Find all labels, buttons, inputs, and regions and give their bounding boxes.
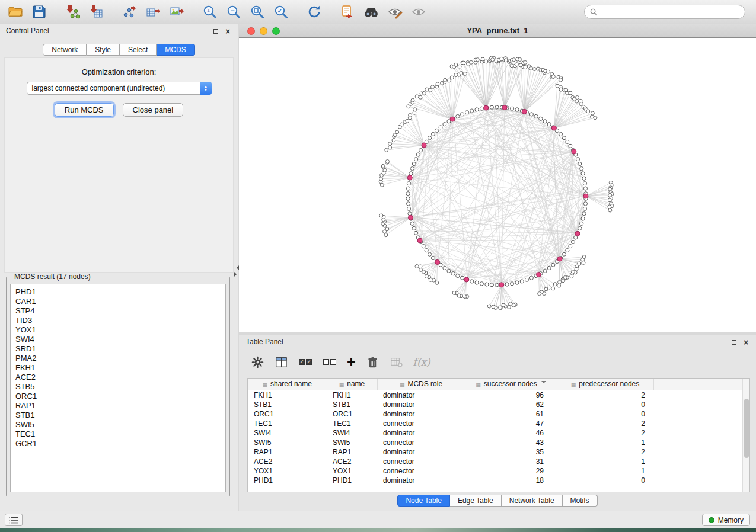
sort-grid-icon: ▦ [339, 382, 344, 387]
mcds-result-item[interactable]: STB1 [15, 411, 225, 420]
tab-motifs[interactable]: Motifs [563, 495, 598, 507]
column-header-filler [653, 379, 742, 390]
import-table-icon[interactable] [87, 3, 105, 21]
column-header-shared-name[interactable]: ▦shared name [248, 379, 327, 390]
table-row[interactable]: STB1STB1dominator620 [248, 400, 742, 409]
binoculars-icon[interactable] [362, 3, 380, 21]
mcds-result-item[interactable]: YOX1 [15, 325, 225, 335]
table-settings-gear-icon[interactable] [251, 354, 264, 370]
zoom-out-icon[interactable]: − [225, 3, 243, 21]
zoom-fit-icon[interactable] [248, 3, 266, 21]
mcds-result-item[interactable]: CAR1 [15, 297, 225, 306]
mcds-result-item[interactable]: ACE2 [15, 373, 225, 382]
table-row[interactable]: RAP1RAP1dominator352 [248, 447, 742, 457]
memory-button[interactable]: Memory [702, 514, 750, 526]
mcds-result-item[interactable]: PHD1 [15, 287, 225, 297]
column-header-name[interactable]: ▦name [327, 379, 377, 390]
mcds-result-item[interactable]: TID3 [15, 316, 225, 325]
table-panel: Table Panel × ✓✓ + f(x) [239, 335, 756, 511]
node-table-container: ▦shared name ▦name ▦MCDS role ▦successor… [247, 378, 750, 492]
search-icon [590, 8, 598, 16]
mcds-result-item[interactable]: TEC1 [15, 430, 225, 439]
column-header-predecessor-nodes[interactable]: ▦predecessor nodes [557, 379, 653, 390]
close-panel-button[interactable]: Close panel [123, 103, 184, 117]
select-all-columns-icon[interactable]: ✓✓ [298, 354, 312, 370]
export-network-icon[interactable] [120, 3, 138, 21]
mcds-result-item[interactable]: RAP1 [15, 401, 225, 411]
status-menu-button[interactable] [5, 514, 23, 526]
eye-icon[interactable] [410, 3, 428, 21]
table-row[interactable]: ACE2ACE2connector311 [248, 457, 742, 466]
tab-style[interactable]: Style [87, 44, 120, 56]
delete-column-trash-icon[interactable] [366, 354, 379, 370]
selected-criterion-value: largest connected component (undirected) [27, 84, 200, 92]
tab-network-table[interactable]: Network Table [502, 495, 563, 507]
mcds-result-item[interactable]: SWI5 [15, 420, 225, 430]
list-icon [8, 516, 19, 524]
tab-network[interactable]: Network [43, 44, 87, 56]
search-field[interactable] [584, 5, 745, 19]
tab-node-table[interactable]: Node Table [397, 495, 450, 507]
tab-mcds[interactable]: MCDS [157, 44, 194, 56]
run-mcds-button[interactable]: Run MCDS [55, 103, 114, 117]
close-panel-icon[interactable]: × [224, 27, 232, 36]
mcds-result-item[interactable]: FKH1 [15, 363, 225, 373]
mcds-result-item[interactable]: SWI4 [15, 335, 225, 344]
scrollbar-thumb[interactable] [744, 399, 749, 457]
zoom-in-icon[interactable]: + [201, 3, 219, 21]
network-canvas[interactable] [239, 37, 756, 332]
clone-document-icon[interactable] [339, 3, 356, 21]
mcds-result-item[interactable]: STB5 [15, 382, 225, 392]
table-row[interactable]: FKH1FKH1dominator962 [248, 390, 742, 400]
search-input[interactable] [601, 8, 739, 16]
memory-status-icon [709, 517, 714, 523]
export-table-icon[interactable] [144, 3, 162, 21]
save-icon[interactable] [30, 3, 48, 21]
mcds-result-item[interactable]: GCR1 [15, 439, 225, 448]
float-table-panel-icon[interactable] [730, 338, 738, 347]
mcds-result-item[interactable]: STP4 [15, 306, 225, 316]
refresh-icon[interactable] [305, 3, 323, 21]
export-image-icon[interactable] [168, 3, 186, 21]
table-row[interactable]: SWI4SWI4dominator462 [248, 428, 742, 438]
mcds-result-title: MCDS result (17 nodes) [11, 273, 94, 281]
tab-select[interactable]: Select [120, 44, 157, 56]
column-header-successor-nodes[interactable]: ▦successor nodes [465, 379, 557, 390]
panel-splitter-handle[interactable] [234, 265, 238, 278]
table-row[interactable]: TEC1TEC1connector472 [248, 419, 742, 428]
combo-arrows-icon: ▲▼ [200, 82, 212, 95]
column-header-mcds-role[interactable]: ▦MCDS role [377, 379, 465, 390]
table-row[interactable]: PHD1PHD1dominator180 [248, 476, 742, 485]
unselect-all-columns-icon[interactable] [323, 354, 337, 370]
mcds-result-item[interactable]: PMA2 [15, 354, 225, 363]
mcds-result-list[interactable]: PHD1CAR1STP4TID3YOX1SWI4SRD1PMA2FKH1ACE2… [10, 284, 226, 492]
main-toolbar: + − ✓ [0, 0, 756, 24]
control-panel-header: Control Panel × [0, 24, 238, 39]
table-row[interactable]: SWI5SWI5connector431 [248, 438, 742, 447]
node-table: ▦shared name ▦name ▦MCDS role ▦successor… [248, 379, 742, 485]
network-graph[interactable] [239, 38, 756, 332]
create-column-plus-icon[interactable]: + [347, 354, 356, 370]
import-network-icon[interactable] [63, 3, 81, 21]
desktop-background [0, 528, 756, 532]
zoom-selected-icon[interactable]: ✓ [272, 3, 290, 21]
sort-grid-icon: ▦ [571, 382, 576, 387]
table-scrollbar[interactable] [742, 379, 749, 492]
tab-edge-table[interactable]: Edge Table [450, 495, 502, 507]
mcds-result-item[interactable]: SRD1 [15, 344, 225, 354]
column-layout-icon[interactable] [275, 354, 288, 370]
network-window-titlebar[interactable]: YPA_prune.txt_1 [239, 24, 756, 37]
mcds-result-item[interactable]: ORC1 [15, 392, 225, 401]
network-window-title: YPA_prune.txt_1 [239, 26, 756, 35]
float-panel-icon[interactable] [212, 27, 220, 36]
optimization-criterion-select[interactable]: largest connected component (undirected)… [27, 82, 212, 95]
sort-grid-icon: ▦ [400, 382, 405, 387]
open-folder-icon[interactable] [7, 3, 24, 21]
svg-text:−: − [230, 7, 234, 15]
table-row[interactable]: YOX1YOX1connector291 [248, 466, 742, 476]
close-table-panel-icon[interactable]: × [742, 338, 750, 347]
show-hide-annotations-icon[interactable] [386, 3, 404, 21]
table-header-row: ▦shared name ▦name ▦MCDS role ▦successor… [248, 379, 742, 390]
table-row[interactable]: ORC1ORC1dominator610 [248, 409, 742, 419]
chevron-down-icon [541, 381, 546, 386]
